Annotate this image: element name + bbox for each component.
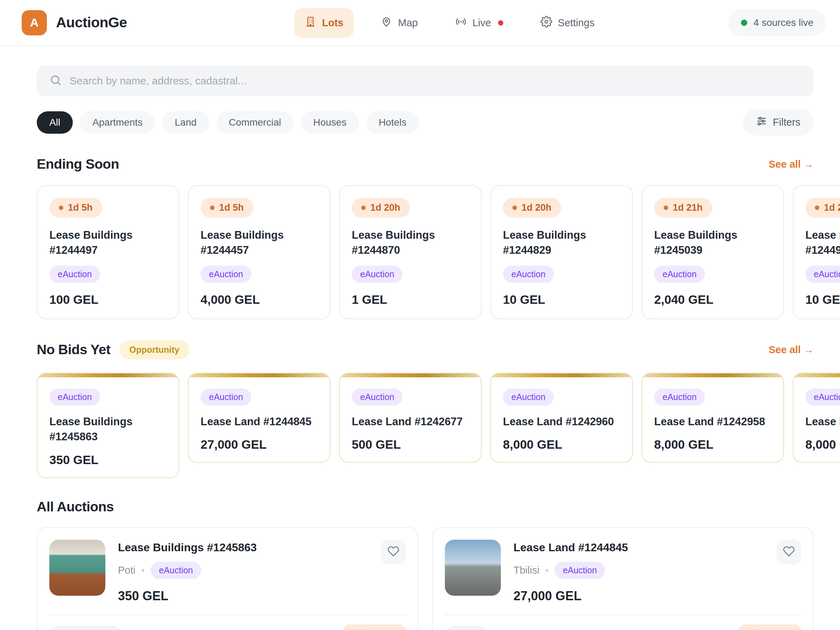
search-input[interactable]	[69, 75, 801, 87]
time-left-badge: 1d 21h	[654, 198, 712, 218]
map-pin-icon	[381, 16, 392, 30]
card-title: Lease Land #1244845	[513, 541, 764, 554]
card-title: Lease Buildings #1245039	[654, 227, 771, 258]
auction-card[interactable]: eAuction Lease Land #1242958 8,000 GEL	[641, 373, 784, 463]
time-left-badge: 9d 3h	[343, 624, 406, 630]
auction-card[interactable]: eAuction Lease Land #1242959 8,000 GEL	[793, 373, 840, 463]
card-price: 4,000 GEL	[201, 293, 318, 306]
time-left-badge: 1d 5h	[49, 198, 102, 218]
time-left-badge: 1d 5h	[201, 198, 253, 218]
section-title: Ending Soon	[37, 156, 119, 172]
separator-dot	[546, 569, 548, 572]
card-title: Lease Buildings #1244497	[49, 227, 167, 258]
building-icon	[305, 16, 316, 30]
card-price: 2,040 GEL	[654, 293, 771, 306]
orange-dot-icon	[512, 205, 517, 210]
eauction-badge: eAuction	[805, 266, 840, 283]
nav-label: Live	[472, 17, 491, 29]
orange-dot-icon	[815, 205, 819, 210]
auction-card[interactable]: eAuction Lease Buildings #1245863 350 GE…	[37, 373, 179, 478]
see-all-link[interactable]: See all →	[769, 344, 814, 355]
all-auctions-grid: Lease Buildings #1245863 Poti eAuction 3…	[37, 527, 814, 630]
auction-card[interactable]: eAuction Lease Land #1242677 500 GEL	[339, 373, 482, 463]
auction-card[interactable]: 1d 20h Lease Buildings #1244870 eAuction…	[339, 185, 482, 319]
auction-card[interactable]: Lease Buildings #1245863 Poti eAuction 3…	[37, 527, 418, 630]
chip-land[interactable]: Land	[162, 111, 209, 134]
chip-houses[interactable]: Houses	[301, 111, 359, 134]
card-price: 1 GEL	[352, 293, 469, 306]
eauction-badge: eAuction	[654, 388, 705, 406]
nav-item-live[interactable]: Live	[445, 8, 514, 38]
eauction-badge: eAuction	[201, 266, 251, 283]
alarm-clock-icon	[748, 629, 760, 630]
chip-hotels[interactable]: Hotels	[366, 111, 419, 134]
green-status-dot	[741, 20, 747, 26]
chip-apartments[interactable]: Apartments	[80, 111, 155, 134]
listing-photo	[49, 540, 105, 596]
filters-label: Filters	[773, 117, 801, 128]
card-price: 350 GEL	[49, 453, 167, 467]
auction-card[interactable]: Lease Land #1244845 Tbilisi eAuction 27,…	[432, 527, 814, 630]
section-title: All Auctions	[37, 499, 114, 515]
heart-icon	[783, 545, 795, 558]
time-left-badge: 1d 20h	[503, 198, 561, 218]
heart-icon	[387, 545, 399, 558]
eauction-badge: eAuction	[352, 266, 403, 283]
eauction-badge: eAuction	[805, 388, 840, 406]
main-nav: Lots Map Live Settings	[294, 0, 605, 46]
gold-accent-bar	[340, 373, 481, 377]
eauction-badge: eAuction	[150, 562, 201, 579]
auction-card[interactable]: eAuction Lease Land #1242960 8,000 GEL	[490, 373, 633, 463]
favorite-button[interactable]	[381, 540, 406, 564]
time-left-badge: 1d 20h	[352, 198, 410, 218]
chip-all[interactable]: All	[37, 111, 73, 134]
sliders-icon	[756, 115, 767, 129]
divider	[445, 614, 801, 615]
separator-dot	[142, 569, 144, 572]
broadcast-icon	[455, 16, 467, 30]
auction-card[interactable]: 1d 5h Lease Buildings #1244497 eAuction …	[37, 185, 179, 319]
nav-item-lots[interactable]: Lots	[294, 8, 354, 38]
nav-item-settings[interactable]: Settings	[530, 8, 605, 38]
card-title: Lease Buildings #1244829	[503, 227, 620, 258]
no-bids-row: eAuction Lease Buildings #1245863 350 GE…	[37, 373, 840, 478]
favorite-button[interactable]	[777, 540, 801, 564]
live-sources-status: 4 sources live	[728, 9, 826, 36]
auction-card[interactable]: 1d 20h Lease Buildings #1244829 eAuction…	[490, 185, 633, 319]
eauction-badge: eAuction	[554, 562, 605, 579]
auction-card[interactable]: 1d 21h Lease Buildings #1244916 eAuction…	[793, 185, 840, 319]
see-all-link[interactable]: See all →	[769, 159, 814, 170]
alarm-clock-icon	[353, 629, 364, 630]
auction-card[interactable]: 1d 5h Lease Buildings #1244457 eAuction …	[188, 185, 330, 319]
card-price: 100 GEL	[49, 293, 167, 306]
auction-card[interactable]: 1d 21h Lease Buildings #1245039 eAuction…	[641, 185, 784, 319]
nav-label: Map	[398, 17, 418, 29]
opportunity-badge: Opportunity	[120, 340, 189, 360]
card-title: Lease Buildings #1244916	[805, 227, 840, 258]
gold-accent-bar	[642, 373, 783, 377]
section-title: No Bids Yet	[37, 342, 111, 357]
card-title: Lease Buildings #1244870	[352, 227, 469, 258]
no-bids-header: No Bids Yet Opportunity See all →	[37, 340, 814, 360]
gold-accent-bar	[189, 373, 330, 377]
page-content: All Apartments Land Commercial Houses Ho…	[0, 65, 840, 630]
card-title: Lease Land #1242960	[503, 414, 620, 429]
category-chip: Land	[445, 625, 488, 630]
brand-logo-icon: A	[22, 10, 47, 35]
filters-button[interactable]: Filters	[743, 109, 814, 136]
search-bar	[37, 65, 814, 96]
chip-commercial[interactable]: Commercial	[216, 111, 294, 134]
time-left-badge: 6d 3h	[739, 624, 801, 630]
eauction-badge: eAuction	[201, 388, 251, 406]
nav-item-map[interactable]: Map	[370, 8, 428, 38]
card-title: Lease Buildings #1244457	[201, 227, 318, 258]
auction-card[interactable]: eAuction Lease Land #1244845 27,000 GEL	[188, 373, 330, 463]
status-label: 4 sources live	[753, 17, 813, 28]
gold-accent-bar	[491, 373, 632, 377]
brand[interactable]: A AuctionGe	[22, 10, 127, 35]
live-indicator-dot	[498, 20, 503, 25]
orange-dot-icon	[210, 205, 215, 210]
search-icon	[49, 74, 62, 88]
card-title: Lease Buildings #1245863	[118, 541, 369, 554]
time-left-badge: 1d 21h	[805, 198, 840, 218]
